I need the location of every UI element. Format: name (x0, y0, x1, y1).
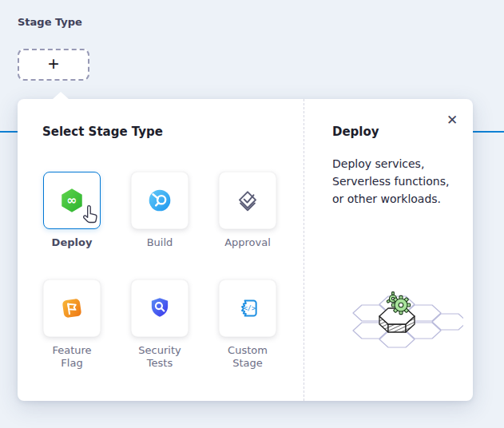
approval-diamond-check-icon (235, 188, 260, 213)
popover-title: Select Stage Type (42, 125, 163, 139)
custom-stage-code-icon: </> (235, 295, 260, 321)
stage-cards-row-1: ∞ Deploy (43, 172, 276, 249)
svg-text:</>: </> (244, 304, 256, 312)
stage-type-label: Stage Type (18, 16, 82, 28)
stage-card-label-feature-flag: Feature Flag (43, 344, 101, 370)
stage-cell-feature-flag: Feature Flag (43, 279, 101, 370)
pipeline-canvas: Stage Type + Select Stage Type ✕ ∞ (0, 0, 504, 428)
popover-arrow (53, 92, 69, 99)
hand-cursor-icon (81, 205, 100, 226)
stage-card-feature-flag[interactable] (43, 279, 101, 337)
stage-card-label-approval: Approval (224, 236, 271, 249)
stage-card-label-custom-stage: Custom Stage (219, 344, 276, 370)
stage-card-label-security-tests: Security Tests (131, 344, 189, 370)
add-stage-button[interactable]: + (18, 49, 89, 81)
deploy-hexagon-illustration (335, 281, 463, 361)
feature-flag-icon (59, 295, 85, 321)
stage-card-approval[interactable] (219, 172, 276, 229)
close-button[interactable]: ✕ (441, 109, 463, 131)
stage-cell-security-tests: Security Tests (131, 279, 189, 370)
stage-cards-row-2: Feature Flag Security Tests (43, 279, 276, 370)
stage-card-custom-stage[interactable]: </> (219, 279, 276, 337)
stage-card-label-deploy: Deploy (52, 236, 93, 249)
svg-text:∞: ∞ (67, 193, 77, 208)
close-icon: ✕ (446, 113, 458, 127)
stage-card-label-build: Build (147, 236, 173, 249)
detail-description: Deploy services, Serverless functions, o… (332, 155, 473, 208)
stage-card-security-tests[interactable] (131, 279, 189, 337)
build-ci-magnifier-icon (147, 188, 173, 213)
stage-card-deploy[interactable]: ∞ (43, 172, 101, 229)
panel-separator (304, 99, 304, 401)
security-tests-shield-icon (147, 295, 173, 321)
stage-cell-custom-stage: </> Custom Stage (219, 279, 276, 370)
stage-cell-build: Build (131, 172, 189, 249)
stage-cell-deploy: ∞ Deploy (43, 172, 101, 249)
plus-icon: + (48, 54, 59, 73)
select-stage-type-popover: Select Stage Type ✕ ∞ D (18, 99, 473, 401)
stage-card-build[interactable] (131, 172, 189, 229)
stage-cell-approval: Approval (219, 172, 276, 249)
detail-title: Deploy (332, 125, 379, 139)
